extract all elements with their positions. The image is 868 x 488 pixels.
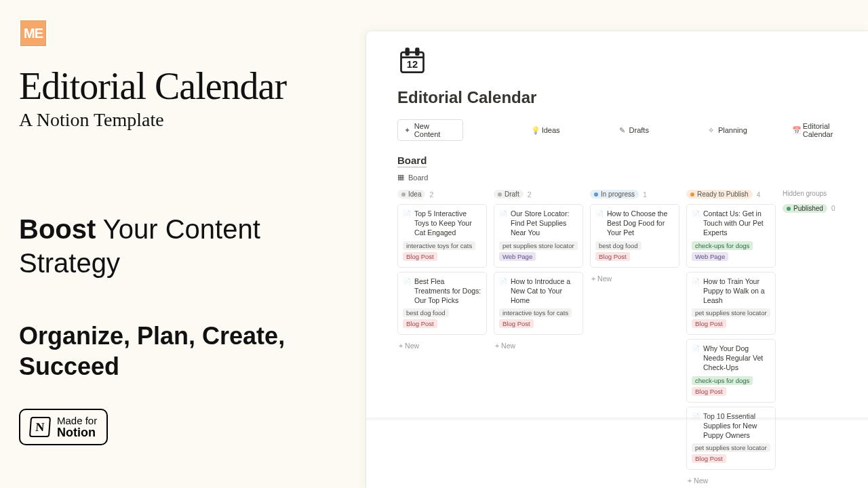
promo-organize: Organize, Plan, Create, Succeed: [19, 321, 347, 382]
page-icon: 📄: [692, 344, 700, 373]
board-column: Idea2📄Top 5 Interactive Toys to Keep You…: [397, 190, 487, 487]
card-tag: Blog Post: [403, 252, 437, 261]
page-icon: 📄: [499, 277, 507, 306]
card-tag: Blog Post: [595, 252, 630, 261]
page-icon: 📄: [692, 209, 700, 238]
made-for-label: Made for: [57, 415, 97, 426]
card-title: Top 5 Interactive Toys to Keep Your Cat …: [414, 209, 481, 238]
card-title: How to Train Your Puppy to Walk on a Lea…: [703, 277, 770, 306]
promo-subhead: A Notion Template: [19, 109, 347, 131]
scroll-shadow: [366, 418, 868, 422]
board-card[interactable]: 📄How to Train Your Puppy to Walk on a Le…: [686, 272, 776, 336]
notion-page: 12 Editorial Calendar ✦ New Content 💡 Id…: [366, 31, 868, 488]
lightbulb-icon: 💡: [531, 126, 539, 135]
card-tag: Blog Post: [692, 387, 726, 396]
calendar-small-icon: 📅: [792, 126, 800, 135]
board-column: Ready to Publish4📄Contact Us: Get in Tou…: [686, 190, 776, 487]
column-header[interactable]: Draft2: [494, 190, 583, 199]
card-title: How to Choose the Best Dog Food for Your…: [607, 209, 674, 238]
column-header[interactable]: Idea2: [397, 190, 487, 199]
notion-logo-icon: N: [29, 417, 51, 437]
page-title: Editorial Calendar: [397, 88, 861, 107]
add-new-card[interactable]: + New: [686, 474, 776, 487]
card-tag: pet supplies store locator: [692, 443, 770, 452]
nav-planning-label: Planning: [718, 126, 747, 134]
promo-boost: Boost Your Content Strategy: [19, 212, 347, 280]
card-tag: pet supplies store locator: [499, 241, 578, 250]
board-view-tab[interactable]: ▦ Board: [397, 173, 861, 182]
board-card[interactable]: 📄Our Store Locator: Find Pet Supplies Ne…: [494, 204, 583, 268]
board-card[interactable]: 📄Best Flea Treatments for Dogs: Our Top …: [397, 272, 487, 336]
column-header[interactable]: In progress1: [590, 190, 679, 199]
card-tag: Web Page: [499, 252, 536, 261]
card-tag: Web Page: [692, 252, 728, 261]
new-content-button[interactable]: ✦ New Content: [397, 119, 463, 141]
planning-icon: ✧: [707, 126, 715, 135]
board-card[interactable]: 📄Why Your Dog Needs Regular Vet Check-Up…: [686, 339, 776, 403]
published-pill[interactable]: Published: [783, 204, 827, 213]
board-card[interactable]: 📄How to Introduce a New Cat to Your Home…: [494, 272, 583, 336]
page-nav: ✦ New Content 💡 Ideas ✎ Drafts ✧ Plannin…: [397, 119, 861, 141]
page-icon: 📄: [692, 412, 700, 441]
card-tag: interactive toys for cats: [499, 308, 572, 317]
add-new-card[interactable]: + New: [494, 339, 583, 352]
card-tag: pet supplies store locator: [692, 308, 770, 317]
card-tag: best dog food: [403, 308, 449, 317]
svg-rect-2: [406, 49, 409, 55]
page-icon: 📄: [692, 277, 700, 306]
card-title: Top 10 Essential Supplies for New Puppy …: [703, 411, 770, 441]
pencil-icon: ✎: [618, 126, 627, 135]
card-tag: check-ups for dogs: [692, 376, 753, 385]
promo-headline: Editorial Calendar: [19, 66, 347, 106]
nav-planning[interactable]: ✧ Planning: [707, 119, 747, 141]
card-tag: interactive toys for cats: [403, 241, 475, 250]
card-tag: Blog Post: [692, 454, 726, 463]
nav-ideas[interactable]: 💡 Ideas: [531, 119, 560, 141]
board-card[interactable]: 📄Contact Us: Get in Touch with Our Pet E…: [686, 204, 776, 268]
column-header[interactable]: Ready to Publish4: [686, 190, 776, 199]
svg-rect-3: [416, 49, 419, 55]
board-card[interactable]: 📄Top 5 Interactive Toys to Keep Your Cat…: [397, 204, 487, 268]
page-icon: 📄: [403, 277, 411, 306]
card-tag: Blog Post: [692, 319, 726, 328]
nav-editorial-calendar[interactable]: 📅 Editorial Calendar: [792, 119, 861, 141]
board-view-label: Board: [408, 174, 428, 182]
nav-drafts-label: Drafts: [629, 126, 649, 134]
add-new-card[interactable]: + New: [590, 272, 679, 285]
card-title: Contact Us: Get in Touch with Our Pet Ex…: [703, 209, 770, 238]
board-column: In progress1📄How to Choose the Best Dog …: [590, 190, 679, 487]
board-card[interactable]: 📄Top 10 Essential Supplies for New Puppy…: [686, 407, 776, 470]
card-tag: check-ups for dogs: [692, 241, 753, 250]
calendar-page-icon: 12: [397, 46, 427, 76]
page-icon: 📄: [499, 209, 507, 238]
card-title: How to Introduce a New Cat to Your Home: [511, 277, 578, 306]
board-columns: Idea2📄Top 5 Interactive Toys to Keep You…: [397, 190, 861, 487]
card-tag: Blog Post: [499, 319, 534, 328]
svg-text:12: 12: [407, 59, 418, 70]
page-icon: 📄: [595, 209, 604, 238]
board-column: Draft2📄Our Store Locator: Find Pet Suppl…: [494, 190, 583, 487]
nav-drafts[interactable]: ✎ Drafts: [618, 119, 649, 141]
me-logo: ME: [19, 19, 47, 47]
board-card[interactable]: 📄How to Choose the Best Dog Food for You…: [590, 204, 679, 268]
board-section-title: Board: [397, 155, 427, 167]
hidden-groups-label: Hidden groups: [783, 190, 844, 197]
page-icon: 📄: [403, 209, 411, 238]
card-title: Why Your Dog Needs Regular Vet Check-Ups: [703, 344, 770, 373]
add-new-card[interactable]: + New: [397, 339, 487, 352]
new-content-label: New Content: [414, 122, 457, 138]
notion-label: Notion: [57, 426, 97, 439]
card-title: Best Flea Treatments for Dogs: Our Top P…: [414, 277, 481, 306]
nav-ideas-label: Ideas: [542, 126, 560, 134]
card-tag: Blog Post: [403, 319, 437, 328]
made-for-notion-badge: N Made for Notion: [19, 409, 108, 446]
card-tag: best dog food: [595, 241, 642, 250]
sparkle-icon: ✦: [403, 126, 412, 135]
nav-editorial-calendar-label: Editorial Calendar: [803, 122, 861, 138]
card-title: Our Store Locator: Find Pet Supplies Nea…: [511, 209, 578, 238]
board-view-icon: ▦: [397, 173, 404, 182]
hidden-groups-column: Hidden groups Published 0: [783, 190, 844, 487]
